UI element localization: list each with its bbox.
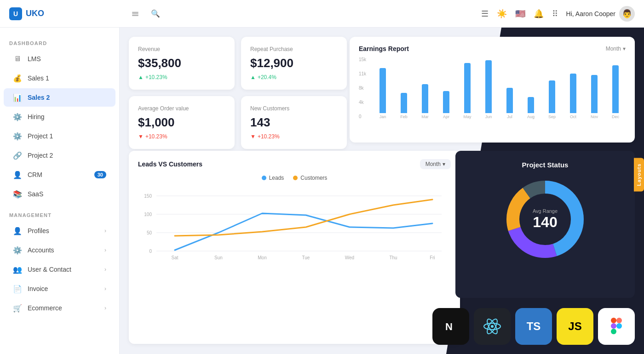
content-area: Revenue $35,800 ▲ +10.23% Repeat Purchas… bbox=[120, 28, 644, 354]
sidebar-item-label: User & Contact bbox=[28, 266, 71, 273]
bar-label: Jun bbox=[485, 114, 492, 119]
bar-jul bbox=[506, 88, 513, 113]
sidebar-item-accounts[interactable]: ⚙️ Accounts › bbox=[4, 241, 115, 259]
chevron-icon: › bbox=[104, 228, 106, 234]
user-info: Hi, Aaron Cooper 👨 bbox=[566, 6, 635, 22]
sidebar-item-sales1[interactable]: 💰 Sales 1 bbox=[4, 69, 115, 87]
svg-text:Fri: Fri bbox=[430, 255, 435, 260]
avg-label: Avg Range bbox=[533, 208, 558, 214]
layouts-tab[interactable]: Layouts bbox=[634, 158, 644, 191]
svg-text:0: 0 bbox=[149, 249, 152, 254]
sidebar-item-invoice[interactable]: 📄 Invoice › bbox=[4, 280, 115, 298]
react-icon-box[interactable] bbox=[474, 308, 511, 345]
figma-icon-box[interactable] bbox=[598, 308, 635, 345]
leads-filter[interactable]: Month ▾ bbox=[420, 159, 451, 169]
svg-point-27 bbox=[491, 325, 494, 328]
tech-icons-row: N TS JS bbox=[432, 308, 635, 345]
bar-feb bbox=[401, 93, 407, 113]
sidebar-item-ecommerce[interactable]: 🛒 Ecommerce › bbox=[4, 299, 115, 317]
svg-point-32 bbox=[616, 323, 622, 329]
chevron-icon: › bbox=[104, 247, 106, 253]
earnings-filter[interactable]: Month ▾ bbox=[606, 46, 626, 52]
up-arrow-icon: ▲ bbox=[138, 74, 144, 80]
sidebar-item-sales2[interactable]: 📊 Sales 2 bbox=[4, 88, 115, 107]
bar-jun bbox=[485, 60, 492, 113]
sidebar-item-profiles[interactable]: 👤 Profiles › bbox=[4, 222, 115, 240]
chevron-icon: › bbox=[104, 305, 106, 311]
sidebar-item-label: Sales 1 bbox=[28, 74, 49, 82]
menu-icon[interactable]: ☰ bbox=[481, 9, 489, 19]
sidebar-item-label: LMS bbox=[28, 55, 41, 63]
nextjs-icon-box[interactable]: N bbox=[432, 308, 469, 345]
earnings-title: Earnings Report bbox=[359, 45, 409, 52]
sidebar-item-crm[interactable]: 👤 CRM 30 bbox=[4, 166, 115, 184]
sidebar-item-label: Ecommerce bbox=[28, 304, 62, 312]
sidebar-item-label: CRM bbox=[28, 171, 42, 178]
sidebar-item-hiring[interactable]: ⚙️ Hiring bbox=[4, 108, 115, 126]
sidebar-item-label: Sales 2 bbox=[28, 94, 50, 101]
bar-chart-y-axis: 15k11k8k4k0 bbox=[359, 57, 366, 119]
sidebar-item-lms[interactable]: 🖥 LMS bbox=[4, 50, 115, 68]
bar-group-nov: Nov bbox=[584, 57, 604, 119]
search-icon: 🔍 bbox=[151, 9, 160, 18]
sidebar-item-label: Project 2 bbox=[28, 152, 53, 159]
svg-rect-28 bbox=[611, 318, 616, 323]
svg-text:100: 100 bbox=[144, 212, 152, 217]
user-contact-icon: 👥 bbox=[13, 265, 22, 274]
sidebar-item-label: Profiles bbox=[28, 227, 49, 234]
up-arrow-icon: ▲ bbox=[250, 74, 256, 80]
sidebar-item-user-contact[interactable]: 👥 User & Contact › bbox=[4, 260, 115, 279]
logo-icon: U bbox=[9, 7, 22, 20]
chevron-icon: › bbox=[104, 266, 106, 273]
project1-icon: ⚙️ bbox=[13, 131, 22, 141]
new-customers-change: ▼ +10.23% bbox=[250, 133, 338, 140]
svg-text:N: N bbox=[445, 321, 453, 332]
sidebar-item-project1[interactable]: ⚙️ Project 1 bbox=[4, 127, 115, 145]
sales1-icon: 💰 bbox=[13, 74, 22, 83]
svg-text:Mon: Mon bbox=[258, 255, 266, 260]
bar-label: Jan bbox=[380, 114, 386, 119]
apps-icon[interactable]: ⠿ bbox=[552, 9, 558, 19]
svg-rect-30 bbox=[611, 323, 616, 329]
sidebar-item-project2[interactable]: 🔗 Project 2 bbox=[4, 146, 115, 165]
javascript-icon-box[interactable]: JS bbox=[557, 308, 593, 345]
svg-text:150: 150 bbox=[144, 194, 152, 199]
sidebar-item-saas[interactable]: 📚 SaaS bbox=[4, 185, 115, 203]
new-customers-label: New Customers bbox=[250, 105, 338, 112]
project2-icon: 🔗 bbox=[13, 151, 22, 160]
svg-rect-2 bbox=[132, 15, 138, 16]
leads-title: Leads VS Customers bbox=[138, 160, 202, 168]
sidebar-item-label: Invoice bbox=[28, 285, 48, 292]
stat-card-avg-order: Average Order value $1,000 ▼ +10.23% bbox=[129, 96, 235, 149]
earnings-card: Earnings Report Month ▾ 15k11k8k4k0 JanF… bbox=[350, 37, 635, 143]
down-arrow-icon: ▼ bbox=[138, 133, 144, 140]
bar-nov bbox=[591, 75, 598, 113]
bar-label: Sep bbox=[548, 114, 556, 119]
avg-order-label: Average Order value bbox=[138, 105, 225, 112]
chevron-icon: › bbox=[104, 285, 106, 292]
customers-dot bbox=[293, 176, 298, 180]
bar-group-jul: Jul bbox=[500, 57, 520, 119]
bar-group-may: May bbox=[457, 57, 477, 119]
svg-text:Thu: Thu bbox=[389, 255, 397, 260]
svg-rect-0 bbox=[132, 12, 138, 13]
typescript-icon-box[interactable]: TS bbox=[515, 308, 552, 345]
hiring-icon: ⚙️ bbox=[13, 112, 22, 121]
bar-may bbox=[464, 63, 471, 113]
svg-rect-29 bbox=[616, 318, 622, 323]
sidebar-item-label: Accounts bbox=[28, 246, 54, 254]
donut-chart: Avg Range 140 bbox=[504, 178, 586, 261]
bar-group-aug: Aug bbox=[521, 57, 541, 119]
bar-group-dec: Dec bbox=[605, 57, 626, 119]
bar-group-sep: Sep bbox=[542, 57, 562, 119]
flag-icon[interactable]: 🇺🇸 bbox=[515, 9, 525, 19]
theme-icon[interactable]: ☀️ bbox=[497, 9, 507, 19]
legend-customers: Customers bbox=[293, 175, 327, 181]
earnings-header: Earnings Report Month ▾ bbox=[359, 45, 626, 52]
line-chart: 150 100 50 0 Sat Sun Mon Tue Wed Thu Fri bbox=[138, 187, 451, 306]
bell-icon[interactable]: 🔔 bbox=[534, 9, 544, 19]
sidebar-collapse-btn[interactable] bbox=[129, 7, 142, 20]
search-bar: 🔍 bbox=[151, 9, 481, 18]
saas-icon: 📚 bbox=[13, 189, 22, 199]
avg-order-value: $1,000 bbox=[138, 115, 225, 130]
